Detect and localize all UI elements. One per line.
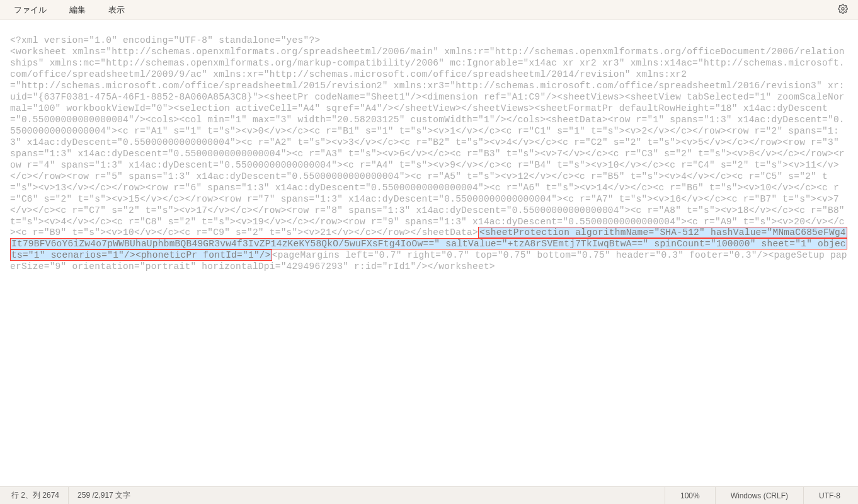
xml-text-before[interactable]: <?xml version="1.0" encoding="UTF-8" sta… <box>10 35 850 238</box>
status-chars[interactable]: 259 /2,917 文字 <box>69 487 139 504</box>
status-eol[interactable]: Windows (CRLF) <box>715 487 803 504</box>
svg-point-0 <box>842 8 844 10</box>
menu-bar: ファイル 編集 表示 <box>0 0 858 20</box>
menu-edit[interactable]: 編集 <box>58 2 97 18</box>
gear-icon[interactable] <box>830 1 855 18</box>
status-zoom[interactable]: 100% <box>665 487 715 504</box>
status-encoding[interactable]: UTF-8 <box>803 487 855 504</box>
status-bar: 行 2、列 2674 259 /2,917 文字 100% Windows (C… <box>0 486 858 504</box>
status-cursor[interactable]: 行 2、列 2674 <box>3 487 69 504</box>
menu-file[interactable]: ファイル <box>3 2 58 18</box>
menu-view[interactable]: 表示 <box>97 2 136 18</box>
editor-area[interactable]: <?xml version="1.0" encoding="UTF-8" sta… <box>0 20 858 486</box>
